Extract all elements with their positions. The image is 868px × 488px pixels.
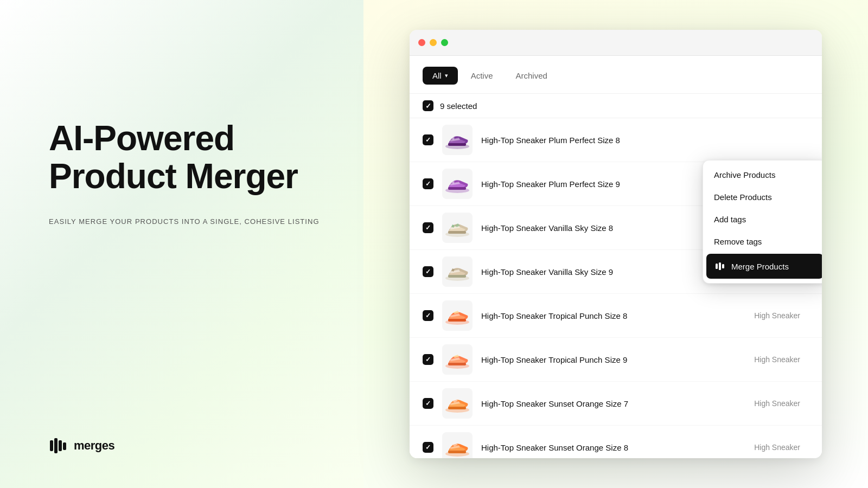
row-checkbox[interactable] bbox=[423, 178, 433, 189]
svg-rect-3 bbox=[63, 442, 66, 450]
remove-tags-item[interactable]: Remove tags bbox=[703, 230, 822, 253]
product-image bbox=[442, 125, 473, 155]
table-row: High-Top Sneaker Sunset Orange Size 8 Hi… bbox=[410, 426, 822, 458]
product-type: High Sneaker bbox=[754, 443, 800, 452]
product-type: High Sneaker bbox=[754, 399, 800, 408]
product-name: High-Top Sneaker Plum Perfect Size 8 bbox=[481, 136, 809, 145]
product-type: High Sneaker bbox=[754, 355, 800, 364]
selection-bar: 9 selected bbox=[410, 94, 822, 118]
table-row: High-Top Sneaker Tropical Punch Size 9 H… bbox=[410, 338, 822, 382]
logo: merges bbox=[49, 436, 320, 455]
table-row: High-Top Sneaker Tropical Punch Size 8 H… bbox=[410, 294, 822, 338]
product-image bbox=[442, 213, 473, 243]
svg-rect-23 bbox=[719, 262, 721, 270]
svg-rect-24 bbox=[722, 264, 724, 268]
tab-all[interactable]: All ▾ bbox=[423, 67, 458, 85]
product-type: High Sneaker bbox=[754, 311, 800, 320]
traffic-light-yellow[interactable] bbox=[430, 39, 437, 46]
right-panel: All ▾ Active Archived 9 selected bbox=[363, 0, 868, 488]
product-image bbox=[442, 256, 473, 287]
svg-rect-11 bbox=[448, 275, 466, 278]
delete-products-item[interactable]: Delete Products bbox=[703, 186, 822, 208]
merge-icon bbox=[714, 260, 726, 272]
select-all-checkbox[interactable] bbox=[423, 100, 433, 111]
main-title: AI-Powered Product Merger bbox=[49, 119, 320, 196]
tab-archived[interactable]: Archived bbox=[506, 67, 557, 85]
svg-rect-17 bbox=[448, 407, 466, 409]
merges-logo-icon bbox=[49, 436, 68, 455]
row-checkbox[interactable] bbox=[423, 266, 433, 277]
left-panel: AI-Powered Product Merger EASILY MERGE Y… bbox=[0, 0, 363, 488]
add-tags-item[interactable]: Add tags bbox=[703, 208, 822, 230]
chevron-down-icon: ▾ bbox=[445, 72, 448, 79]
product-image bbox=[442, 432, 473, 458]
product-image bbox=[442, 169, 473, 199]
traffic-light-green[interactable] bbox=[441, 39, 448, 46]
table-row: High-Top Sneaker Sunset Orange Size 7 Hi… bbox=[410, 382, 822, 426]
svg-rect-13 bbox=[448, 319, 466, 322]
svg-rect-15 bbox=[448, 363, 466, 365]
selected-count: 9 selected bbox=[440, 101, 477, 111]
row-checkbox[interactable] bbox=[423, 442, 433, 453]
row-checkbox[interactable] bbox=[423, 398, 433, 409]
svg-rect-0 bbox=[50, 440, 53, 451]
row-checkbox[interactable] bbox=[423, 354, 433, 365]
table-row: High-Top Sneaker Plum Perfect Size 8 bbox=[410, 118, 822, 162]
row-checkbox[interactable] bbox=[423, 310, 433, 321]
svg-rect-2 bbox=[59, 440, 62, 451]
product-name: High-Top Sneaker Sunset Orange Size 7 bbox=[481, 399, 745, 408]
svg-rect-22 bbox=[716, 264, 718, 269]
product-image bbox=[442, 300, 473, 331]
svg-rect-5 bbox=[448, 143, 466, 146]
product-image bbox=[442, 388, 473, 419]
row-checkbox[interactable] bbox=[423, 134, 433, 145]
svg-rect-19 bbox=[448, 451, 466, 453]
svg-rect-1 bbox=[54, 438, 58, 453]
product-name: High-Top Sneaker Sunset Orange Size 8 bbox=[481, 443, 745, 452]
svg-rect-7 bbox=[448, 187, 466, 190]
traffic-light-red[interactable] bbox=[418, 39, 425, 46]
product-image bbox=[442, 344, 473, 375]
app-window: All ▾ Active Archived 9 selected bbox=[410, 30, 822, 458]
logo-text: merges bbox=[74, 439, 114, 453]
tab-active[interactable]: Active bbox=[461, 67, 503, 85]
filter-bar: All ▾ Active Archived bbox=[410, 56, 822, 94]
merge-products-item[interactable]: Merge Products bbox=[706, 254, 822, 279]
title-bar bbox=[410, 30, 822, 56]
svg-rect-9 bbox=[448, 231, 466, 234]
product-name: High-Top Sneaker Tropical Punch Size 8 bbox=[481, 311, 745, 320]
row-checkbox[interactable] bbox=[423, 222, 433, 233]
hero-content: AI-Powered Product Merger EASILY MERGE Y… bbox=[49, 119, 320, 226]
product-name: High-Top Sneaker Tropical Punch Size 9 bbox=[481, 355, 745, 364]
subtitle: EASILY MERGE YOUR PRODUCTS INTO A SINGLE… bbox=[49, 217, 320, 226]
archive-products-item[interactable]: Archive Products bbox=[703, 164, 822, 186]
dropdown-menu: Archive Products Delete Products Add tag… bbox=[703, 160, 822, 284]
